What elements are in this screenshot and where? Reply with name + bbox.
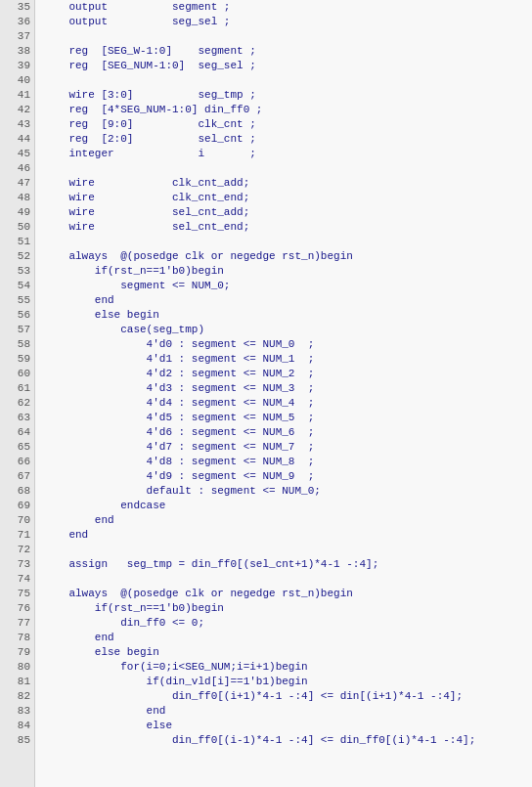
line-number: 82 [0, 689, 34, 704]
line-number: 41 [0, 88, 34, 103]
code-line: for(i=0;i<SEG_NUM;i=i+1)begin [43, 660, 532, 675]
code-editor: 3536373839404142434445464748495051525354… [0, 0, 532, 787]
line-number: 46 [0, 161, 34, 176]
code-line: din_ff0[(i+1)*4-1 -:4] <= din[(i+1)*4-1 … [43, 689, 532, 704]
line-number: 79 [0, 645, 34, 660]
line-number: 78 [0, 631, 34, 645]
code-line: else begin [43, 645, 532, 660]
code-line: output segment ; [43, 0, 532, 15]
line-number: 43 [0, 117, 34, 132]
line-number: 81 [0, 675, 34, 689]
line-number: 76 [0, 601, 34, 616]
code-line: if(din_vld[i]==1'b1)begin [43, 675, 532, 689]
line-number: 73 [0, 557, 34, 572]
line-number: 58 [0, 337, 34, 352]
line-number: 69 [0, 499, 34, 513]
line-number: 77 [0, 616, 34, 631]
line-number: 44 [0, 132, 34, 147]
line-number: 53 [0, 264, 34, 279]
code-line: output seg_sel ; [43, 15, 532, 29]
code-line: 4'd0 : segment <= NUM_0 ; [43, 337, 532, 352]
code-line: end [43, 293, 532, 308]
line-number: 57 [0, 323, 34, 337]
line-number: 37 [0, 29, 34, 44]
line-number: 51 [0, 235, 34, 249]
line-number: 59 [0, 352, 34, 367]
code-line: reg [4*SEG_NUM-1:0] din_ff0 ; [43, 103, 532, 117]
code-line: 4'd8 : segment <= NUM_8 ; [43, 455, 532, 469]
code-line: end [43, 631, 532, 645]
line-number: 68 [0, 484, 34, 499]
code-line [43, 29, 532, 44]
line-number: 61 [0, 381, 34, 396]
line-number: 62 [0, 396, 34, 411]
line-number: 47 [0, 176, 34, 191]
code-line [43, 161, 532, 176]
code-line: case(seg_tmp) [43, 323, 532, 337]
code-line: reg [9:0] clk_cnt ; [43, 117, 532, 132]
code-line: 4'd3 : segment <= NUM_3 ; [43, 381, 532, 396]
line-number: 70 [0, 513, 34, 528]
code-line: else begin [43, 308, 532, 323]
code-line: wire clk_cnt_add; [43, 176, 532, 191]
code-line [43, 73, 532, 88]
line-number: 49 [0, 205, 34, 220]
code-line: end [43, 513, 532, 528]
code-content: output segment ; output seg_sel ; reg [S… [35, 0, 532, 787]
code-line: reg [SEG_W-1:0] segment ; [43, 44, 532, 59]
code-line: else [43, 719, 532, 733]
line-number: 54 [0, 279, 34, 293]
line-number: 64 [0, 425, 34, 440]
line-number: 48 [0, 191, 34, 205]
line-number: 56 [0, 308, 34, 323]
code-line [43, 543, 532, 557]
code-line: wire sel_cnt_add; [43, 205, 532, 220]
code-line: 4'd6 : segment <= NUM_6 ; [43, 425, 532, 440]
line-number: 83 [0, 704, 34, 719]
code-line: if(rst_n==1'b0)begin [43, 601, 532, 616]
line-number: 67 [0, 469, 34, 484]
line-number: 63 [0, 411, 34, 425]
code-line: endcase [43, 499, 532, 513]
code-line: 4'd7 : segment <= NUM_7 ; [43, 440, 532, 455]
code-line: 4'd4 : segment <= NUM_4 ; [43, 396, 532, 411]
line-number: 39 [0, 59, 34, 73]
line-number: 55 [0, 293, 34, 308]
code-line: reg [SEG_NUM-1:0] seg_sel ; [43, 59, 532, 73]
line-number-gutter: 3536373839404142434445464748495051525354… [0, 0, 35, 787]
line-number: 40 [0, 73, 34, 88]
line-number: 42 [0, 103, 34, 117]
code-line: always @(posedge clk or negedge rst_n)be… [43, 249, 532, 264]
code-line: assign seg_tmp = din_ff0[(sel_cnt+1)*4-1… [43, 557, 532, 572]
code-line [43, 572, 532, 587]
line-number: 71 [0, 528, 34, 543]
line-number: 38 [0, 44, 34, 59]
code-line: 4'd5 : segment <= NUM_5 ; [43, 411, 532, 425]
code-line: segment <= NUM_0; [43, 279, 532, 293]
line-number: 52 [0, 249, 34, 264]
line-number: 50 [0, 220, 34, 235]
code-line: 4'd2 : segment <= NUM_2 ; [43, 367, 532, 381]
line-number: 80 [0, 660, 34, 675]
code-line: end [43, 704, 532, 719]
line-number: 65 [0, 440, 34, 455]
line-number: 66 [0, 455, 34, 469]
code-line: reg [2:0] sel_cnt ; [43, 132, 532, 147]
code-line: integer i ; [43, 147, 532, 161]
code-line: din_ff0 <= 0; [43, 616, 532, 631]
code-line: 4'd1 : segment <= NUM_1 ; [43, 352, 532, 367]
code-line: wire clk_cnt_end; [43, 191, 532, 205]
code-line: din_ff0[(i-1)*4-1 -:4] <= din_ff0[(i)*4-… [43, 733, 532, 748]
code-line: wire [3:0] seg_tmp ; [43, 88, 532, 103]
code-line [43, 235, 532, 249]
line-number: 85 [0, 733, 34, 748]
line-number: 35 [0, 0, 34, 15]
code-line: 4'd9 : segment <= NUM_9 ; [43, 469, 532, 484]
code-line: end [43, 528, 532, 543]
line-number: 60 [0, 367, 34, 381]
code-line: default : segment <= NUM_0; [43, 484, 532, 499]
line-number: 36 [0, 15, 34, 29]
line-number: 84 [0, 719, 34, 733]
line-number: 72 [0, 543, 34, 557]
code-line: wire sel_cnt_end; [43, 220, 532, 235]
